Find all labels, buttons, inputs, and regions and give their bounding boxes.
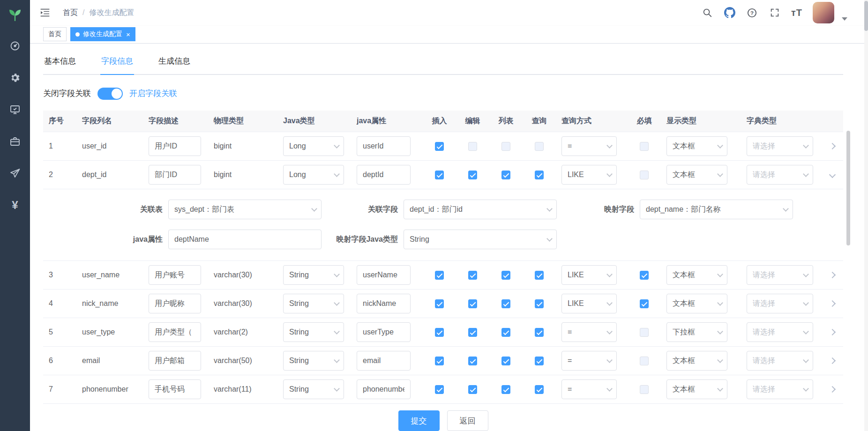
description-input[interactable] [149, 351, 201, 371]
list-checkbox[interactable] [501, 299, 510, 308]
page-scrollbar-thumb[interactable] [864, 1, 868, 31]
query-checkbox[interactable] [535, 142, 544, 151]
collapse-row-icon[interactable] [829, 171, 835, 178]
dict-type-select[interactable]: 请选择 [747, 379, 813, 399]
display-type-select[interactable]: 下拉框 [666, 322, 727, 342]
list-checkbox[interactable] [501, 357, 510, 365]
table-scrollbar-thumb[interactable] [846, 131, 850, 245]
java-property-input[interactable] [357, 351, 411, 371]
dict-type-select[interactable]: 请选择 [747, 165, 813, 185]
java-type-select[interactable]: String [283, 379, 344, 399]
edit-checkbox[interactable] [468, 299, 477, 308]
sidebar-item-tool[interactable] [0, 126, 30, 157]
description-input[interactable] [149, 265, 201, 285]
query-checkbox[interactable] [535, 385, 544, 394]
required-checkbox[interactable] [640, 385, 649, 394]
display-type-select[interactable]: 文本框 [666, 265, 727, 285]
edit-checkbox[interactable] [468, 385, 477, 394]
sidebar-item-guide[interactable] [0, 157, 30, 189]
java-property-input[interactable] [357, 322, 411, 342]
query-checkbox[interactable] [535, 171, 544, 179]
edit-checkbox[interactable] [468, 357, 477, 365]
java-property-input[interactable] [357, 136, 411, 156]
back-button[interactable]: 返回 [447, 410, 488, 431]
dict-type-select[interactable]: 请选择 [747, 351, 813, 371]
java-property-input[interactable] [357, 165, 411, 185]
table-scrollbar[interactable] [846, 131, 850, 398]
edit-checkbox[interactable] [468, 171, 477, 179]
font-size-icon[interactable]: тT [791, 7, 802, 18]
user-avatar[interactable] [813, 2, 834, 23]
description-input[interactable] [149, 165, 201, 185]
expand-row-icon[interactable] [829, 143, 835, 149]
insert-checkbox[interactable] [435, 328, 444, 337]
display-type-select[interactable]: 文本框 [666, 165, 727, 185]
query-method-select[interactable]: LIKE [561, 165, 617, 185]
java-type-select[interactable]: Long [283, 165, 344, 185]
insert-checkbox[interactable] [435, 271, 444, 280]
description-input[interactable] [149, 322, 201, 342]
query-method-select[interactable]: = [561, 351, 617, 371]
description-input[interactable] [149, 136, 201, 156]
edit-checkbox[interactable] [468, 271, 477, 280]
display-type-select[interactable]: 文本框 [666, 379, 727, 399]
fullscreen-icon[interactable] [769, 7, 781, 19]
query-method-select[interactable]: = [561, 136, 617, 156]
insert-checkbox[interactable] [435, 142, 444, 151]
display-type-select[interactable]: 文本框 [666, 136, 727, 156]
query-checkbox[interactable] [535, 328, 544, 337]
field-relation-link[interactable]: 开启字段关联 [129, 88, 177, 99]
insert-checkbox[interactable] [435, 357, 444, 365]
sidebar-item-pay[interactable]: ¥ [0, 189, 30, 221]
display-type-select[interactable]: 文本框 [666, 294, 727, 313]
java-type-select[interactable]: String [283, 351, 344, 371]
page-scrollbar[interactable] [864, 0, 868, 431]
tab-field-info[interactable]: 字段信息 [100, 55, 134, 74]
java-type-select[interactable]: String [283, 294, 344, 313]
java-type-select[interactable]: String [283, 322, 344, 342]
display-type-select[interactable]: 文本框 [666, 351, 727, 371]
required-checkbox[interactable] [640, 299, 649, 308]
help-icon[interactable]: ? [746, 7, 758, 19]
field-relation-toggle[interactable] [97, 88, 123, 100]
list-checkbox[interactable] [501, 142, 510, 151]
edit-checkbox[interactable] [468, 328, 477, 337]
expansion-select[interactable]: dept_id：部门id [404, 200, 557, 219]
expand-row-icon[interactable] [829, 300, 835, 307]
expansion-select[interactable]: dept_name：部门名称 [640, 200, 793, 219]
dict-type-select[interactable]: 请选择 [747, 294, 813, 313]
expand-row-icon[interactable] [829, 329, 835, 335]
sidebar-item-dashboard[interactable] [0, 30, 30, 62]
required-checkbox[interactable] [640, 357, 649, 365]
java-property-input[interactable] [357, 294, 411, 313]
expand-row-icon[interactable] [829, 357, 835, 364]
list-checkbox[interactable] [501, 328, 510, 337]
query-checkbox[interactable] [535, 357, 544, 365]
list-checkbox[interactable] [501, 271, 510, 280]
expand-row-icon[interactable] [829, 386, 835, 393]
description-input[interactable] [149, 294, 201, 313]
query-method-select[interactable]: LIKE [561, 294, 617, 313]
expansion-java-property-input[interactable] [168, 230, 322, 249]
tab-basic-info[interactable]: 基本信息 [43, 55, 77, 74]
query-method-select[interactable]: = [561, 379, 617, 399]
sidebar-item-system[interactable] [0, 62, 30, 94]
dict-type-select[interactable]: 请选择 [747, 265, 813, 285]
submit-button[interactable]: 提交 [398, 410, 440, 431]
insert-checkbox[interactable] [435, 299, 444, 308]
expansion-select[interactable]: String [404, 230, 557, 249]
expansion-select[interactable]: sys_dept：部门表 [168, 200, 322, 219]
required-checkbox[interactable] [640, 271, 649, 280]
required-checkbox[interactable] [640, 171, 649, 179]
app-logo[interactable] [0, 0, 30, 30]
github-icon[interactable] [724, 7, 736, 19]
description-input[interactable] [149, 379, 201, 399]
query-method-select[interactable]: = [561, 322, 617, 342]
java-type-select[interactable]: Long [283, 136, 344, 156]
java-property-input[interactable] [357, 265, 411, 285]
expand-row-icon[interactable] [829, 272, 835, 278]
search-icon[interactable] [701, 7, 713, 19]
query-checkbox[interactable] [535, 299, 544, 308]
list-checkbox[interactable] [501, 171, 510, 179]
sidebar-item-monitor[interactable] [0, 94, 30, 126]
